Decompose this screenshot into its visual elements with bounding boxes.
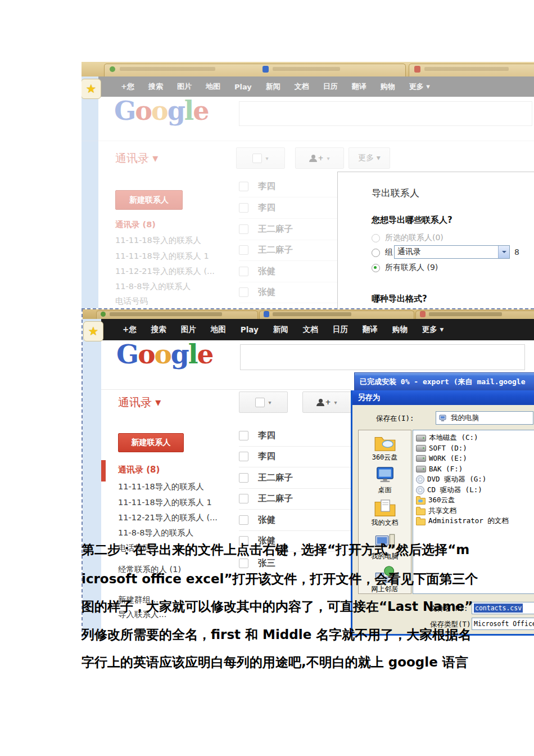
place-360-cloud[interactable]: 360云盘: [359, 434, 411, 462]
option-label: 所选的联系人(0): [385, 233, 444, 243]
nav-item-maps[interactable]: 地图: [211, 325, 226, 335]
nav-item-docs[interactable]: 文档: [303, 325, 318, 335]
star-glyph: ★: [86, 82, 97, 96]
file-item[interactable]: 360云盘: [416, 496, 455, 505]
contacts-dropdown[interactable]: 通讯录 ▾: [115, 151, 158, 166]
file-item[interactable]: BAK (F:): [416, 465, 463, 473]
row-checkbox[interactable]: [239, 224, 248, 234]
add-contact-button[interactable]: +▾: [295, 147, 344, 169]
select-all-checkbox-button[interactable]: ▾: [236, 147, 285, 169]
place-my-documents[interactable]: 我的文档: [359, 498, 411, 528]
row-checkbox[interactable]: [239, 559, 248, 568]
sidebar-item-contacts[interactable]: 通讯录 (8): [118, 465, 160, 475]
logo-letter: l: [184, 96, 193, 126]
row-checkbox[interactable]: [239, 473, 248, 483]
more-actions-button[interactable]: 更多 ▾: [349, 147, 390, 169]
radio-icon[interactable]: [372, 234, 380, 242]
row-checkbox[interactable]: [239, 203, 248, 213]
dropdown-arrow-icon[interactable]: [498, 246, 509, 258]
nav-item-images[interactable]: 图片: [181, 325, 196, 335]
nav-item-more[interactable]: 更多 ▾: [422, 325, 444, 335]
filename-field[interactable]: contacts.csv: [472, 602, 534, 614]
save-in-select[interactable]: 我的电脑: [436, 411, 533, 425]
nav-item-play[interactable]: Play: [241, 325, 259, 334]
group-count: 8: [514, 248, 519, 256]
option-group[interactable]: 组: [372, 248, 393, 258]
row-checkbox[interactable]: [239, 452, 248, 461]
contact-name: 李四: [258, 451, 275, 462]
chevron-down-icon: ▾: [327, 155, 330, 161]
option-selected-contacts[interactable]: 所选的联系人(0): [372, 233, 444, 243]
group-select[interactable]: 通讯录: [394, 245, 510, 259]
bookmark-star-icon[interactable]: ★: [83, 321, 103, 341]
tab-favicon-icon: [420, 311, 426, 317]
nav-item-you[interactable]: +您: [123, 325, 137, 335]
row-checkbox[interactable]: [239, 494, 248, 503]
star-glyph: ★: [88, 325, 99, 338]
nav-item-calendar[interactable]: 日历: [333, 325, 348, 335]
contact-name: 李四: [258, 202, 275, 214]
sidebar-item-import-group[interactable]: 11-11-18导入的联系人: [118, 482, 204, 492]
sidebar-item-import-group[interactable]: 11-8-8导入的联系人: [115, 281, 191, 292]
sidebar-item-import-group[interactable]: 11-11-18导入的联系人: [115, 235, 201, 246]
body-text-line: 第二步：在导出来的文件上点击右键，选择“打开方式”然后选择“m: [82, 541, 469, 559]
nav-item-shopping[interactable]: 购物: [392, 325, 408, 335]
nav-item-news[interactable]: 新闻: [273, 325, 288, 335]
document-page: ★ +您 搜索 图片 地图 Play 新闻 文档 日历 翻译 购物 更多 ▾ G…: [0, 0, 534, 756]
row-checkbox[interactable]: [239, 245, 248, 255]
option-all-contacts[interactable]: 所有联系人 (9): [372, 263, 438, 273]
search-input[interactable]: [239, 101, 532, 126]
contact-name: 王二麻子: [258, 244, 293, 256]
contact-name: 李四: [258, 430, 275, 442]
new-contact-button[interactable]: 新建联系人: [118, 433, 184, 452]
add-contact-button[interactable]: +▾: [302, 392, 351, 413]
sidebar-item-import-group[interactable]: 11-12-21导入的联系人 (...: [118, 512, 218, 523]
row-checkbox[interactable]: [239, 515, 248, 525]
sidebar-item-phone-numbers[interactable]: 电话号码: [115, 296, 148, 307]
file-list: 本地磁盘 (C:) SOFT (D:) WORK (E:) BAK (F:) D…: [413, 430, 534, 594]
hard-disk-icon: [416, 455, 426, 462]
file-label: 共享文档: [428, 506, 456, 516]
download-window-titlebar[interactable]: 已完成安装 0% - export (来自 mail.google: [354, 372, 534, 391]
sidebar-item-import-group[interactable]: 11-8-8导入的联系人: [118, 528, 193, 538]
contacts-dropdown[interactable]: 通讯录 ▾: [118, 395, 161, 410]
save-as-titlebar[interactable]: 另存为: [352, 390, 534, 405]
more-label: 更多 ▾: [358, 153, 380, 163]
new-contact-button[interactable]: 新建联系人: [115, 190, 183, 210]
sidebar-item-contacts[interactable]: 通讯录 (8): [115, 219, 156, 230]
row-checkbox[interactable]: [239, 431, 248, 440]
hard-disk-icon: [416, 466, 426, 472]
file-item[interactable]: Administrator 的文档: [416, 516, 509, 526]
file-item[interactable]: 共享文档: [416, 506, 456, 516]
row-checkbox[interactable]: [239, 267, 248, 276]
plus-icon: +: [318, 154, 323, 162]
file-item[interactable]: 本地磁盘 (C:): [416, 433, 478, 443]
radio-icon[interactable]: [372, 249, 380, 257]
dialog-title: 导出联系人: [372, 187, 419, 200]
nav-item-search[interactable]: 搜索: [151, 325, 166, 335]
file-item[interactable]: SOFT (D:): [416, 444, 467, 452]
bookmark-star-icon[interactable]: ★: [82, 79, 101, 99]
row-checkbox[interactable]: [239, 182, 248, 191]
places-bar: 360云盘 桌面 我的文档 我的电脑 网上邻居: [358, 430, 411, 594]
file-label: DVD 驱动器 (G:): [427, 475, 486, 484]
place-desktop[interactable]: 桌面: [359, 465, 411, 495]
radio-icon-checked[interactable]: [372, 264, 380, 272]
row-checkbox[interactable]: [239, 287, 248, 297]
nav-item-translate[interactable]: 翻译: [363, 325, 378, 335]
file-item[interactable]: WORK (E:): [416, 454, 467, 462]
search-input[interactable]: [240, 344, 525, 370]
file-label: SOFT (D:): [429, 444, 467, 452]
filetype-field[interactable]: Microsoft Office E: [472, 618, 534, 630]
option-label: 组: [385, 248, 393, 258]
sidebar-item-import-group[interactable]: 11-12-21导入的联系人 (...: [115, 266, 215, 277]
optical-drive-icon: [416, 486, 424, 494]
file-item[interactable]: CD 驱动器 (L:): [416, 485, 482, 495]
sidebar-item-import-group[interactable]: 11-11-18导入的联系人 1: [118, 497, 212, 508]
body-text-line: 列修改所需要的全名，first 和 Middle 名字就不用了，大家根据名: [82, 626, 471, 644]
optical-drive-icon: [416, 475, 424, 484]
file-item[interactable]: DVD 驱动器 (G:): [416, 475, 486, 484]
sidebar-item-import-group[interactable]: 11-11-18导入的联系人 1: [115, 251, 209, 262]
save-in-label: 保存在(I):: [376, 414, 414, 424]
select-all-checkbox-button[interactable]: ▾: [239, 392, 288, 413]
